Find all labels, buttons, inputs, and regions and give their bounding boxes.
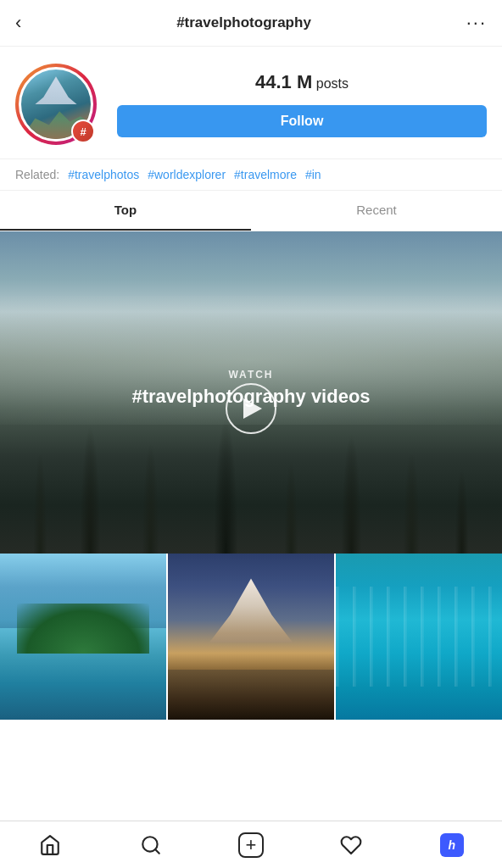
photo-cell-ocean[interactable] xyxy=(336,554,502,720)
search-icon xyxy=(140,834,162,856)
tag-chip-worldexplorer[interactable]: #worldexplorer xyxy=(148,168,226,181)
svg-line-1 xyxy=(155,849,159,854)
posts-count: 44.1 M xyxy=(255,71,312,92)
tag-chip-travelphotos[interactable]: #travelphotos xyxy=(68,168,139,181)
photo-cell-pool[interactable] xyxy=(0,554,166,720)
tabs-bar: Top Recent xyxy=(0,191,502,231)
play-triangle-icon xyxy=(243,398,262,419)
posts-count-container: 44.1 M posts xyxy=(117,71,487,93)
add-icon: + xyxy=(238,832,264,858)
watch-label: WATCH xyxy=(131,369,370,381)
header: ‹ #travelphotography ··· xyxy=(0,0,502,47)
nav-add[interactable]: + xyxy=(231,825,271,865)
bottom-nav: + h xyxy=(0,821,502,868)
hashtag-badge: # xyxy=(71,120,95,143)
nav-home[interactable] xyxy=(30,825,70,865)
back-button[interactable]: ‹ xyxy=(15,12,21,34)
tab-recent[interactable]: Recent xyxy=(251,191,502,231)
hype-icon: h xyxy=(440,833,464,857)
follow-button[interactable]: Follow xyxy=(117,105,487,137)
tag-chip-travelmore[interactable]: #travelmore xyxy=(234,168,297,181)
nav-heart[interactable] xyxy=(331,825,371,865)
profile-section: # 44.1 M posts Follow xyxy=(0,47,502,159)
hashtag-symbol: # xyxy=(80,125,86,138)
profile-info: 44.1 M posts Follow xyxy=(117,71,487,137)
video-banner[interactable]: WATCH #travelphotography videos xyxy=(0,231,502,554)
photo-cell-mountain[interactable] xyxy=(168,554,334,720)
avatar-wrapper: # xyxy=(15,64,97,145)
tag-chips: #travelphotos #worldexplorer #travelmore… xyxy=(68,168,321,181)
home-icon xyxy=(39,834,61,856)
tab-top[interactable]: Top xyxy=(0,191,251,231)
page-title: #travelphotography xyxy=(176,14,311,31)
heart-icon xyxy=(340,834,362,856)
nav-search[interactable] xyxy=(131,825,171,865)
nav-profile[interactable]: h xyxy=(432,825,472,865)
related-label: Related: xyxy=(15,168,59,181)
related-tags-bar: Related: #travelphotos #worldexplorer #t… xyxy=(0,159,502,191)
tag-chip-more[interactable]: #in xyxy=(305,168,321,181)
more-options-button[interactable]: ··· xyxy=(466,12,487,34)
play-button[interactable] xyxy=(226,383,276,434)
posts-label: posts xyxy=(316,76,349,91)
photo-grid xyxy=(0,554,502,720)
